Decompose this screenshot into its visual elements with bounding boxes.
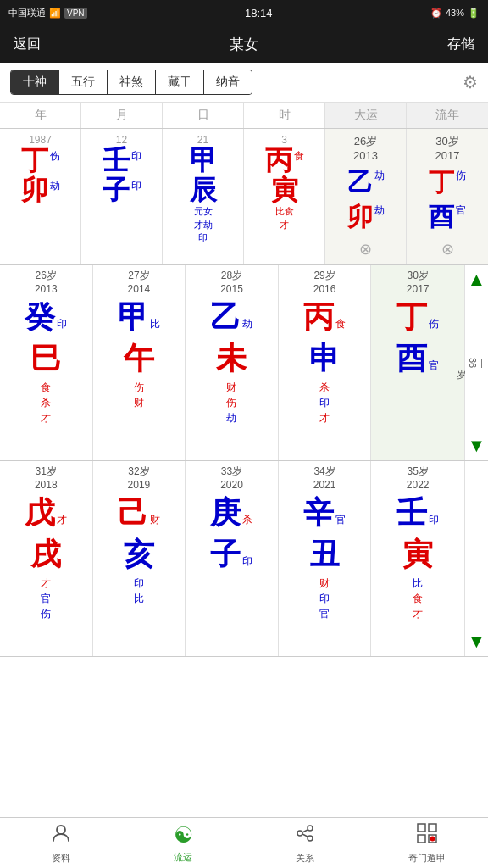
- qimen-icon: [416, 822, 438, 849]
- month-stem-note: 印: [131, 149, 141, 164]
- header-month: 月: [81, 103, 163, 128]
- nav-ziliao[interactable]: 资料: [0, 822, 122, 865]
- dy2c4-stem-note: 官: [336, 513, 346, 527]
- page-title: 某女: [230, 35, 258, 54]
- month-stem: 壬: [103, 146, 130, 175]
- hour-stem-note: 食: [294, 149, 304, 164]
- svg-point-0: [57, 826, 65, 834]
- bazi-main-row: 1987 丁 伤 卯 劫 12 壬 印 子 印 21 甲: [0, 129, 488, 265]
- main-content: 年 月 日 时 大运 流年 1987 丁 伤 卯 劫 12 壬 印: [0, 103, 488, 708]
- svg-rect-7: [429, 824, 436, 832]
- dy2c3-branch-note: 印: [242, 554, 252, 569]
- dy2c3-year: 2020: [220, 479, 243, 491]
- dy1-col5: 30岁 2017 丁 伤 酉 官: [371, 265, 464, 460]
- dy2c2-stem: 己: [118, 492, 148, 534]
- save-button[interactable]: 存储: [447, 36, 474, 53]
- dy1c4-year: 2016: [313, 283, 336, 295]
- nav-qimen[interactable]: 奇门遁甲: [366, 822, 488, 865]
- dy1c2-year: 2014: [128, 283, 151, 295]
- dy2c4-stem: 辛: [303, 492, 334, 534]
- scroll-down-button-2[interactable]: ▼: [468, 631, 486, 653]
- dy1-col3: 28岁 2015 乙 劫 未 财伤劫: [186, 265, 279, 460]
- nav-guanxi[interactable]: 关系: [244, 822, 366, 865]
- year-number: 1987: [29, 134, 52, 146]
- dy2-col3: 33岁 2020 庚 杀 子 印: [186, 461, 279, 656]
- liuyun-stem-note: 伤: [456, 169, 466, 183]
- dy1c3-year: 2015: [220, 283, 243, 295]
- tab-nayin[interactable]: 纳音: [204, 70, 252, 94]
- liuyun-age: 30岁: [435, 134, 458, 149]
- dy1c2-notes: 伤财: [134, 380, 144, 410]
- tab-zanggan[interactable]: 藏干: [156, 70, 204, 94]
- bazi-year: 1987 丁 伤 卯 劫: [0, 129, 81, 264]
- dy1-col1: 26岁 2013 癸 印 巳 食杀才: [0, 265, 93, 460]
- dy2c1-stem-note: 才: [57, 513, 67, 527]
- dy1-col2: 27岁 2014 甲 比 午 伤财: [93, 265, 186, 460]
- header-day: 日: [163, 103, 244, 128]
- svg-rect-6: [418, 824, 425, 832]
- liuyun-cancel[interactable]: ⊗: [441, 240, 454, 259]
- dayun-row-1: 26岁 2013 癸 印 巳 食杀才 27岁 2014 甲 比: [0, 265, 488, 461]
- dy2c2-stem-note: 财: [150, 513, 160, 527]
- scroll-up-button[interactable]: ▲: [468, 269, 486, 291]
- ziliao-icon: [50, 822, 72, 849]
- day-branch: 辰: [190, 175, 217, 205]
- column-headers: 年 月 日 时 大运 流年: [0, 103, 488, 129]
- dy2c1-year: 2018: [35, 479, 58, 491]
- status-bar: 中国联通 📶 VPN 18:14 ⏰ 43% 🔋: [0, 0, 488, 25]
- bazi-dayun: 26岁 2013 乙 劫 卯 劫 ⊗: [325, 129, 407, 264]
- hour-stem: 丙: [265, 146, 292, 175]
- arrow-panel-2: ▼: [464, 461, 488, 656]
- hour-branch: 寅: [271, 175, 298, 205]
- year-branch: 卯: [21, 175, 48, 205]
- dy2c2-year: 2019: [128, 479, 151, 491]
- back-button[interactable]: 返回: [14, 36, 41, 53]
- svg-line-5: [302, 834, 308, 837]
- year-stem: 丁: [21, 146, 48, 175]
- battery: 43%: [446, 8, 464, 18]
- month-branch-note: 印: [131, 179, 141, 193]
- dy2c2-age: 32岁: [128, 465, 149, 479]
- dy2c4-notes: 财印官: [319, 576, 330, 621]
- settings-icon[interactable]: ⚙: [463, 72, 478, 92]
- header-liuyun: 流年: [407, 103, 488, 128]
- dayun-age: 26岁: [354, 134, 377, 149]
- tab-shishen[interactable]: 十神: [11, 70, 59, 94]
- dy2-col4: 34岁 2021 辛 官 丑 财印官: [279, 461, 372, 656]
- year-branch-note: 劫: [50, 179, 60, 193]
- svg-point-10: [430, 836, 435, 841]
- dy2c5-stem: 壬: [396, 492, 427, 534]
- tab-shensha[interactable]: 神煞: [108, 70, 156, 94]
- dy1c5-stem: 丁: [396, 297, 427, 338]
- scroll-down-button-1[interactable]: ▼: [468, 435, 486, 457]
- dy2c3-age: 33岁: [221, 465, 242, 479]
- header-hour: 时: [244, 103, 325, 128]
- dy2c1-branch: 戌: [30, 534, 61, 576]
- dy1c2-age: 27岁: [128, 269, 149, 283]
- dy1c1-stem: 癸: [25, 297, 55, 338]
- dy2-col1: 31岁 2018 戊 才 戌 才官伤: [0, 461, 93, 656]
- dayun-stem: 乙: [347, 165, 373, 200]
- bazi-month: 12 壬 印 子 印: [81, 129, 163, 264]
- dayun-cancel[interactable]: ⊗: [359, 240, 372, 259]
- dy2c1-age: 31岁: [36, 465, 57, 479]
- dy1c1-age: 26岁: [36, 269, 57, 283]
- dy1c1-branch: 巳: [30, 338, 61, 380]
- nav-liuyun-label: 流运: [174, 851, 192, 864]
- nav-liuyun[interactable]: ☯ 流运: [122, 822, 244, 864]
- dy2c4-year: 2021: [313, 479, 336, 491]
- nav-ziliao-label: 资料: [52, 852, 70, 865]
- dy2c5-branch: 寅: [402, 534, 433, 576]
- dy1c3-branch: 未: [216, 338, 247, 380]
- bazi-day: 21 甲 辰 元女才劫印: [163, 129, 244, 264]
- vpn-badge: VPN: [64, 8, 87, 19]
- status-left: 中国联通 📶 VPN: [8, 7, 87, 19]
- tab-wuxing[interactable]: 五行: [59, 70, 108, 94]
- dy1c3-age: 28岁: [221, 269, 242, 283]
- svg-point-2: [308, 826, 313, 831]
- tab-group: 十神 五行 神煞 藏干 纳音: [10, 70, 252, 95]
- dy1c4-stem: 丙: [303, 297, 334, 338]
- month-branch: 子: [103, 175, 130, 205]
- alarm-icon: ⏰: [430, 8, 442, 19]
- hour-number: 3: [281, 134, 287, 146]
